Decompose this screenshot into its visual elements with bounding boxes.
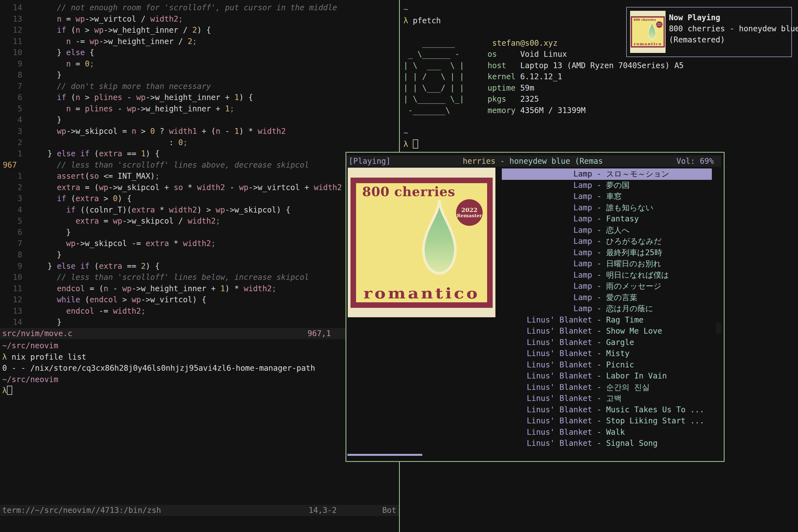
playlist-title: 愛の言葉: [606, 292, 638, 303]
playlist-artist: Linus' Blanket: [502, 337, 592, 348]
line-number-relative: 7: [0, 81, 22, 92]
playlist-item[interactable]: Lamp - Fantasy: [502, 213, 712, 225]
code-editor[interactable]: 14 // not enough room for 'scrolloff', p…: [0, 2, 399, 328]
playlist-separator: -: [592, 169, 606, 180]
terminal-line: | | \___/ | | uptime 59m: [400, 82, 798, 94]
playlist-artist: Linus' Blanket: [502, 382, 592, 393]
playlist-artist: Linus' Blanket: [502, 393, 592, 404]
progress-bar[interactable]: [347, 454, 422, 456]
playlist-item[interactable]: Lamp - 恋人へ: [502, 225, 712, 236]
code-line: 7 // don't skip more than necessary: [0, 81, 399, 92]
code-line: 6 }: [0, 227, 399, 238]
scrollbar-thumb[interactable]: [716, 323, 721, 334]
terminal-line: λ: [400, 139, 798, 150]
playlist-item[interactable]: Linus' Blanket - Show Me Love: [502, 326, 712, 337]
playlist[interactable]: Lamp - スロ～モ～ションLamp - 夢の国Lamp - 車窓Lamp -…: [502, 169, 712, 449]
playlist-item[interactable]: Lamp - 愛の言葉: [502, 292, 712, 303]
code-line: 8 }: [0, 70, 399, 81]
line-number-relative: 2: [0, 137, 22, 149]
playlist-item[interactable]: Linus' Blanket - Gargle: [502, 337, 712, 348]
code-line: 10 // less than 'scrolloff' lines below,…: [0, 272, 399, 283]
terminal-line: ~/src/neovim: [0, 374, 399, 385]
line-number-relative: 7: [0, 238, 22, 249]
now-playing-notification[interactable]: 800 cherries 2022 Remaster: [626, 7, 792, 57]
playlist-title: Show Me Love: [606, 326, 662, 337]
playlist-separator: -: [592, 427, 606, 438]
playlist-separator: -: [592, 303, 606, 315]
playlist-item[interactable]: Lamp - ひろがるなみだ: [502, 236, 712, 247]
terminal-cursor: [413, 139, 418, 149]
playlist-item[interactable]: Linus' Blanket - Rag Time: [502, 315, 712, 326]
playlist-item[interactable]: Linus' Blanket - 고백: [502, 393, 712, 404]
line-number-relative: 3: [0, 193, 22, 205]
code-line: 8 }: [0, 249, 399, 261]
playlist-title: 恋人へ: [606, 225, 630, 236]
playlist-item[interactable]: Lamp - 車窓: [502, 191, 712, 202]
terminal-line: ~: [400, 128, 798, 139]
embedded-terminal-buffer[interactable]: ~/src/neovimλ nix profile list0 - - /nix…: [0, 340, 399, 397]
playlist-item[interactable]: Linus' Blanket - Music Takes Us To ...: [502, 404, 712, 416]
album-cover-frame: 800 cherries 2022 Remaster: [350, 177, 493, 308]
playlist-title: 恋は月の蔭に: [606, 303, 653, 315]
statusline-cursor-position: 967,1: [307, 328, 331, 339]
code-line: 12 while (endcol > wp->w_virtcol) {: [0, 294, 399, 306]
playlist-item[interactable]: Lamp - 明日になれば僕は: [502, 270, 712, 281]
playlist-separator: -: [592, 370, 606, 382]
line-number-relative: 14: [0, 2, 22, 14]
playlist-artist: Lamp: [502, 213, 592, 225]
playlist-item[interactable]: Lamp - 夢の国: [502, 180, 712, 191]
playlist-item[interactable]: Linus' Blanket - Signal Song: [502, 438, 712, 449]
playlist-title: Gargle: [606, 337, 634, 348]
playlist-item[interactable]: Linus' Blanket - Misty: [502, 348, 712, 359]
playlist-item[interactable]: Linus' Blanket - Picnic: [502, 359, 712, 371]
line-number-relative: 6: [0, 92, 22, 103]
playlist-title: Picnic: [606, 359, 634, 371]
playlist-item-selected[interactable]: Lamp - スロ～モ～ション: [502, 169, 712, 180]
terminal-line: 0 - - /nix/store/cq3cx86h28j0y46ls0nhjzj…: [0, 363, 399, 374]
playlist-separator: -: [592, 213, 606, 225]
playlist-separator: -: [592, 236, 606, 247]
player-track-title: herries - honeydew blue (Remas: [463, 155, 603, 167]
playlist-item[interactable]: Linus' Blanket - Stop Liking Start ...: [502, 415, 712, 427]
code-line: 13 endcol -= width2;: [0, 306, 399, 317]
player-title-artist: herries: [463, 156, 495, 166]
playlist-title: 순간의 진실: [606, 382, 650, 393]
playlist-item[interactable]: Lamp - 最終列車は25時: [502, 247, 712, 259]
album-title-text: romantico: [348, 285, 495, 302]
line-number-relative: 8: [0, 249, 22, 261]
line-number-relative: 12: [0, 294, 22, 306]
playlist-title: Rag Time: [606, 315, 644, 326]
playlist-artist: Lamp: [502, 180, 592, 191]
code-line: 967 // less than 'scrolloff' lines above…: [0, 159, 399, 171]
code-line: 4 }: [0, 114, 399, 126]
line-number-relative: 4: [0, 205, 22, 216]
playlist-artist: Lamp: [502, 247, 592, 259]
playlist-artist: Lamp: [502, 169, 592, 180]
playlist-artist: Lamp: [502, 202, 592, 214]
playlist-title: 夢の国: [606, 180, 630, 191]
album-cover: 800 cherries 2022 Remaster: [348, 168, 495, 317]
playlist-item[interactable]: Lamp - 日曜日のお別れ: [502, 258, 712, 270]
code-line: 11 endcol = (n - wp->w_height_inner + 1)…: [0, 283, 399, 294]
playlist-item[interactable]: Lamp - 雨のメッセージ: [502, 281, 712, 292]
line-number-relative: 10: [0, 272, 22, 283]
playlist-item[interactable]: Linus' Blanket - Labor In Vain: [502, 370, 712, 382]
line-number-relative: 11: [0, 283, 22, 294]
statusline-terminal-position: 14,3-2: [309, 505, 337, 516]
playlist-artist: Linus' Blanket: [502, 404, 592, 416]
music-player-window[interactable]: [Playing] herries - honeydew blue (Remas…: [345, 152, 725, 462]
playlist-artist: Linus' Blanket: [502, 438, 592, 449]
line-number-relative: 1: [0, 171, 22, 182]
player-state-badge: [Playing]: [348, 155, 391, 167]
playlist-separator: -: [592, 270, 606, 281]
nvim-pane[interactable]: 14 // not enough room for 'scrolloff', p…: [0, 0, 399, 532]
playlist-item[interactable]: Lamp - 誰も知らない: [502, 202, 712, 214]
playlist-item[interactable]: Linus' Blanket - 순간의 진실: [502, 382, 712, 393]
code-line: 9 n = 0;: [0, 58, 399, 70]
playlist-item[interactable]: Linus' Blanket - Walk: [502, 427, 712, 438]
line-number-relative: 10: [0, 47, 22, 58]
code-line: 11 n -= wp->w_height_inner / 2;: [0, 36, 399, 48]
playlist-item[interactable]: Lamp - 恋は月の蔭に: [502, 303, 712, 315]
statusline-filename: src/nvim/move.c: [2, 328, 72, 339]
code-line: 2 : 0;: [0, 137, 399, 149]
